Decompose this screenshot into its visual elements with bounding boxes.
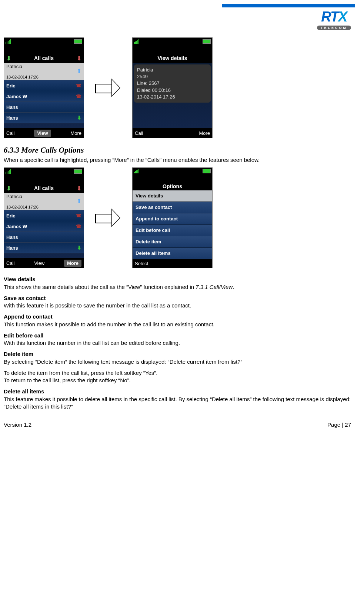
detail-line: Line: 2567 — [137, 80, 208, 87]
call-name: Patricia — [6, 64, 22, 69]
softkey-view[interactable]: View — [34, 130, 51, 137]
detail-name: Patricia — [137, 67, 208, 73]
nav-right-icon: ⬇ — [77, 55, 81, 62]
heading-append-to-contact: Append to contact — [4, 313, 53, 320]
heading-view-details: View details — [4, 276, 36, 282]
phone-screen-view-details: View details Patricia 2549 Line: 2567 Di… — [132, 37, 213, 138]
screenshot-row-2: ⬇ All calls ⬇ Patricia 13-02-2014 17:26 … — [4, 167, 355, 268]
phone-screen-options: Options View details Save as contact App… — [132, 167, 213, 268]
screen-title-text: Options — [163, 183, 182, 189]
detail-duration: Dialed 00:00:16 — [137, 87, 208, 94]
softkey-more[interactable]: More — [70, 130, 81, 136]
screen-title-text: All calls — [34, 185, 54, 191]
details-box: Patricia 2549 Line: 2567 Dialed 00:00:16… — [134, 64, 211, 103]
nav-left-icon: ⬇ — [6, 55, 11, 62]
call-row[interactable]: Eric☎ — [4, 80, 84, 91]
screen-title: ⬇ All calls ⬇ — [4, 53, 84, 63]
call-row[interactable]: James W☎ — [4, 221, 84, 232]
option-view-details[interactable]: View details — [133, 190, 212, 202]
text-append-to-contact: This function makes it possible to add t… — [4, 321, 214, 327]
option-delete-all-items[interactable]: Delete all items — [133, 248, 212, 259]
call-row[interactable]: Hans — [4, 232, 84, 243]
footer-page: Page | 27 — [327, 422, 351, 428]
arrow-icon — [95, 79, 121, 97]
header-accent-bar — [222, 4, 355, 7]
outgoing-icon: ⬆ — [77, 197, 81, 204]
call-row-selected[interactable]: Patricia 13-02-2014 17:26 ⬆ — [4, 193, 84, 210]
softkey-view[interactable]: View — [34, 260, 44, 266]
logo-subtext: TELECOM — [317, 26, 351, 30]
missed-icon: ☎ — [76, 83, 81, 88]
call-row[interactable]: Hans⬇ — [4, 243, 84, 253]
call-row[interactable]: Hans⬇ — [4, 113, 84, 123]
missed-icon: ☎ — [76, 94, 81, 99]
screen-title-text: All calls — [34, 55, 54, 61]
softkey-more[interactable]: More — [199, 130, 210, 136]
nav-left-icon: ⬇ — [6, 185, 11, 192]
heading-save-as-contact: Save as contact — [4, 295, 46, 301]
outgoing-icon: ⬆ — [77, 67, 81, 74]
text-delete-item-2: To delete the item from the call list, p… — [4, 370, 157, 376]
text-edit-before-call: With this function the number in the cal… — [4, 340, 180, 346]
option-delete-item[interactable]: Delete item — [133, 236, 212, 248]
text-save-as-contact: With this feature it is possible to save… — [4, 302, 191, 309]
softkey-call[interactable]: Call — [6, 130, 14, 136]
heading-delete-all-items: Delete all items — [4, 388, 44, 394]
text-delete-all-items: This feature makes it possible to delete… — [4, 396, 351, 410]
option-save-as-contact[interactable]: Save as contact — [133, 202, 212, 213]
nav-right-icon: ⬇ — [77, 185, 81, 192]
status-bar — [4, 38, 84, 45]
option-append-to-contact[interactable]: Append to contact — [133, 213, 212, 225]
page-footer: Version 1.2 Page | 27 — [4, 422, 355, 432]
text-delete-item-3: To return to the call list, press the ri… — [4, 377, 131, 383]
softkey-select[interactable]: Select — [135, 261, 148, 266]
softkey-call[interactable]: Call — [6, 260, 14, 266]
signal-icon — [6, 39, 11, 44]
phone-screen-all-calls-more: ⬇ All calls ⬇ Patricia 13-02-2014 17:26 … — [4, 167, 84, 268]
section-heading: 6.3.3 More Calls Options — [4, 146, 355, 155]
heading-edit-before-call: Edit before call — [4, 332, 44, 339]
softkey-bar: Call View More — [4, 128, 84, 138]
detail-date: 13-02-2014 17:26 — [137, 94, 208, 100]
text-view-details: This shows the same details about the ca… — [4, 284, 196, 290]
call-row-selected[interactable]: Patricia 13-02-2014 17:26 ⬆ — [4, 63, 84, 80]
detail-number: 2549 — [137, 73, 208, 80]
call-row[interactable]: James W☎ — [4, 91, 84, 102]
heading-delete-item: Delete item — [4, 351, 33, 357]
arrow-icon — [95, 209, 121, 227]
phone-screen-all-calls-view: ⬇ All calls ⬇ Patricia 13-02-2014 17:26 … — [4, 37, 84, 138]
option-edit-before-call[interactable]: Edit before call — [133, 225, 212, 236]
section-intro: When a specific call is highlighted, pre… — [4, 156, 355, 164]
footer-version: Version 1.2 — [4, 422, 31, 428]
softkey-call[interactable]: Call — [135, 130, 143, 136]
softkey-more[interactable]: More — [64, 260, 81, 267]
ref-view-details: 7.3.1 Call/View — [196, 284, 233, 290]
incoming-icon: ⬇ — [77, 115, 81, 121]
screen-title-text: View details — [158, 55, 187, 61]
call-time: 13-02-2014 17:26 — [6, 75, 39, 79]
text-delete-item-1: By selecting “Delete item” the following… — [4, 359, 242, 365]
battery-icon — [74, 39, 82, 44]
logo: RTX TELECOM — [4, 10, 355, 30]
call-row[interactable]: Eric☎ — [4, 210, 84, 221]
screenshot-row-1: ⬇ All calls ⬇ Patricia 13-02-2014 17:26 … — [4, 37, 355, 138]
call-row[interactable]: Hans — [4, 102, 84, 113]
